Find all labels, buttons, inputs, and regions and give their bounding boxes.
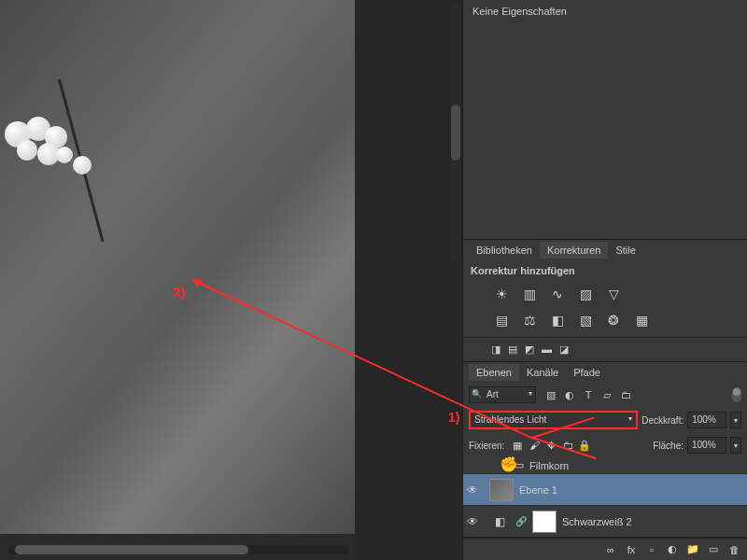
posterize-icon[interactable]: ▤ — [508, 343, 517, 356]
layer-row[interactable]: 👁 ◧ 🔗 Schwarzweiß 2 — [463, 506, 747, 538]
filter-type-select[interactable]: Art — [469, 386, 536, 403]
gradient-map-icon[interactable]: ▬ — [542, 343, 552, 356]
vertical-scrollbar-thumb[interactable] — [451, 105, 460, 161]
adjustments-icon-grid-2: ▤ ⚖ ◧ ▧ ❂ ▦ — [463, 307, 747, 333]
photo-filter-icon[interactable]: ▧ — [575, 311, 596, 329]
selective-color-icon[interactable]: ◪ — [559, 343, 569, 356]
filter-adjust-icon[interactable]: ◐ — [562, 388, 577, 401]
adjustment-layer-icon[interactable]: ◧ — [489, 511, 510, 532]
color-lookup-icon[interactable]: ▦ — [631, 311, 652, 329]
fill-input[interactable]: 100% — [687, 437, 726, 454]
layer-mask-thumbnail[interactable] — [532, 511, 557, 533]
adjustments-add-label: Korrektur hinzufügen — [463, 260, 747, 281]
filter-toggle-switch[interactable] — [732, 387, 741, 402]
lock-pixels-icon[interactable]: 🖌 — [527, 439, 542, 453]
blend-mode-select[interactable]: Strahlendes Licht — [469, 411, 638, 429]
tab-bibliotheken[interactable]: Bibliotheken — [469, 242, 540, 259]
layer-row-selected[interactable]: 👁 Ebene 1 — [463, 474, 747, 506]
layer-thumbnail[interactable] — [489, 479, 514, 501]
tab-korrekturen[interactable]: Korrekturen — [540, 242, 608, 259]
levels-icon[interactable]: ▥ — [519, 285, 540, 303]
bw-icon[interactable]: ◧ — [547, 311, 568, 329]
drag-cursor-icon: ✊ — [500, 455, 518, 473]
adjustments-icon-grid: ☀ ▥ ∿ ▨ ▽ — [463, 281, 747, 307]
hue-sat-icon[interactable]: ▤ — [491, 311, 512, 329]
brightness-contrast-icon[interactable]: ☀ — [491, 285, 512, 303]
layer-name-label[interactable]: Schwarzweiß 2 — [562, 516, 632, 527]
filter-smart-icon[interactable]: 🗀 — [618, 388, 633, 401]
exposure-icon[interactable]: ▨ — [575, 285, 596, 303]
filter-shape-icon[interactable]: ▱ — [599, 388, 614, 401]
layers-tabs: Ebenen Kanäle Pfade — [463, 362, 747, 383]
canvas-area[interactable] — [0, 0, 462, 560]
layer-fx-icon[interactable]: fx — [624, 543, 639, 556]
link-layers-icon[interactable]: ∞ — [603, 543, 618, 556]
add-mask-icon[interactable]: ▫ — [644, 543, 659, 556]
curves-icon[interactable]: ∿ — [547, 285, 568, 303]
properties-panel: Keine Eigenschaften — [463, 0, 747, 239]
layer-filter-row: Art ▧ ◐ T ▱ 🗀 — [463, 383, 747, 407]
opacity-input[interactable]: 100% — [687, 412, 726, 428]
blend-mode-row: Strahlendes Licht Deckkraft: 100% ▾ — [463, 407, 747, 433]
new-adjustment-icon[interactable]: ◐ — [665, 543, 680, 556]
opacity-label: Deckkraft: — [641, 415, 684, 426]
lock-transparency-icon[interactable]: ▦ — [510, 439, 525, 453]
vibrance-icon[interactable]: ▽ — [603, 285, 624, 303]
delete-layer-icon[interactable]: 🗑 — [726, 543, 741, 556]
fill-label: Fläche: — [653, 441, 684, 451]
mask-link-icon[interactable]: 🔗 — [515, 516, 527, 526]
invert-icon[interactable]: ◨ — [491, 343, 500, 356]
lock-artboard-icon[interactable]: 🗀 — [560, 439, 575, 453]
visibility-icon[interactable]: 👁 — [467, 483, 484, 497]
properties-empty-label: Keine Eigenschaften — [463, 0, 747, 22]
adjustments-tabs: Bibliotheken Korrekturen Stile — [463, 240, 747, 260]
adjustments-panel: Bibliotheken Korrekturen Stile Korrektur… — [463, 239, 747, 361]
filter-pixel-icon[interactable]: ▧ — [543, 388, 558, 401]
fill-dropdown-icon[interactable]: ▾ — [730, 437, 741, 454]
filter-type-icon[interactable]: T — [581, 388, 596, 401]
document-image[interactable] — [0, 0, 355, 534]
new-layer-icon[interactable]: ▭ — [706, 543, 721, 556]
lock-label: Fixieren: — [469, 441, 504, 451]
layer-name-label[interactable]: Ebene 1 — [519, 484, 557, 496]
lock-row: Fixieren: ▦ 🖌 ✥ 🗀 🔒 Fläche: 100% ▾ — [463, 433, 747, 457]
tab-stile[interactable]: Stile — [608, 242, 642, 259]
visibility-icon[interactable]: 👁 — [467, 515, 484, 528]
branch-stem — [0, 0, 12, 422]
horizontal-scrollbar-thumb[interactable] — [15, 545, 248, 554]
threshold-icon[interactable]: ◩ — [525, 343, 534, 356]
adjustments-icon-grid-3: ◨ ▤ ◩ ▬ ◪ — [463, 337, 747, 361]
lock-position-icon[interactable]: ✥ — [543, 439, 558, 453]
opacity-dropdown-icon[interactable]: ▾ — [730, 412, 741, 428]
horizontal-scrollbar[interactable] — [7, 545, 348, 554]
right-panels: Keine Eigenschaften Bibliotheken Korrekt… — [462, 0, 747, 560]
color-balance-icon[interactable]: ⚖ — [519, 311, 540, 329]
canvas-pasteboard — [355, 0, 462, 560]
channel-mixer-icon[interactable]: ❂ — [603, 311, 624, 329]
layer-group-label: Filmkorn — [529, 460, 569, 471]
tab-pfade[interactable]: Pfade — [566, 364, 608, 381]
tab-ebenen[interactable]: Ebenen — [469, 364, 519, 381]
layers-footer: ∞ fx ▫ ◐ 📁 ▭ 🗑 — [463, 538, 747, 560]
vertical-scrollbar[interactable] — [451, 2, 460, 263]
tab-kanaele[interactable]: Kanäle — [519, 364, 566, 381]
lock-all-icon[interactable]: 🔒 — [577, 439, 592, 453]
new-group-icon[interactable]: 📁 — [685, 543, 700, 556]
